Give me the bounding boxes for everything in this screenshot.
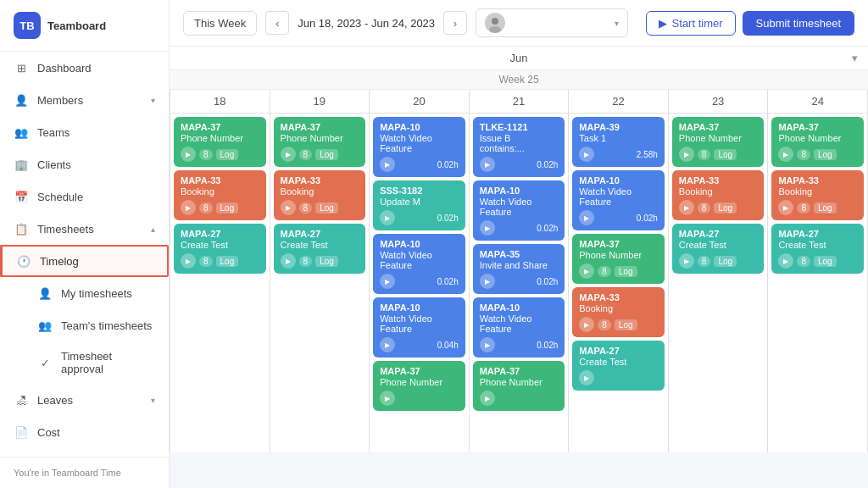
play-button[interactable]: ▶ [579, 147, 594, 162]
play-button[interactable]: ▶ [380, 337, 395, 352]
time-value: 0.02h [437, 160, 459, 169]
log-button[interactable]: Log [814, 202, 837, 214]
task-card[interactable]: MAPA-37 Phone Number ▶ [473, 361, 565, 411]
sidebar-item-members[interactable]: 👤 Members ▾ [0, 84, 169, 116]
log-button[interactable]: Log [714, 256, 737, 267]
log-button[interactable]: Log [814, 149, 837, 160]
play-button[interactable]: ▶ [579, 263, 594, 279]
task-card[interactable]: MAPA-27 Create Test ▶ 8 Log [771, 224, 864, 274]
task-card[interactable]: MAPA-27 Create Test ▶ 8 Log [274, 224, 366, 274]
sidebar-item-timelog[interactable]: 🕐 Timelog [0, 245, 169, 277]
task-card[interactable]: MAPA-27 Create Test ▶ [572, 341, 665, 391]
play-button[interactable]: ▶ [579, 210, 594, 225]
this-week-button[interactable]: This Week [183, 11, 257, 36]
members-icon: 👤 [14, 92, 29, 108]
task-card[interactable]: MAPA-33 Booking ▶ 8 Log [274, 170, 366, 220]
play-button[interactable]: ▶ [480, 157, 495, 172]
task-card[interactable]: MAPA-10 Watch Video Feature ▶ 0.02h [373, 234, 465, 294]
log-button[interactable]: Log [315, 149, 338, 160]
task-card[interactable]: MAPA-10 Watch Video Feature ▶ 0.02h [473, 297, 565, 358]
sidebar-item-schedule[interactable]: 📅 Schedule [0, 180, 169, 213]
play-button[interactable]: ▶ [380, 391, 395, 406]
task-card[interactable]: MAPA-33 Booking ▶ 8 Log [174, 170, 266, 220]
sidebar-item-teams-timesheets[interactable]: 👥 Team's timesheets [0, 309, 169, 341]
play-button[interactable]: ▶ [679, 253, 694, 269]
start-timer-button[interactable]: ▶ Start timer [646, 11, 736, 36]
play-button[interactable]: ▶ [480, 220, 495, 236]
play-button[interactable]: ▶ [281, 253, 296, 269]
log-count: 8 [698, 202, 711, 214]
task-card[interactable]: MAPA-33 Booking ▶ 8 Log [572, 287, 665, 337]
play-button[interactable]: ▶ [579, 317, 594, 332]
task-card[interactable]: MAPA-10 Watch Video Feature ▶ 0.04h [373, 297, 465, 358]
date-range: Jun 18, 2023 - Jun 24, 2023 [298, 17, 435, 30]
sidebar-item-leaves[interactable]: 🏖 Leaves ▾ [0, 384, 169, 416]
time-value: 2.58h [637, 150, 658, 159]
task-card[interactable]: MAPA-10 Watch Video Feature ▶ 0.02h [572, 170, 665, 230]
log-button[interactable]: Log [216, 202, 239, 214]
task-card[interactable]: MAPA-33 Booking ▶ 8 Log [672, 170, 765, 220]
log-button[interactable]: Log [216, 149, 239, 160]
log-button[interactable]: Log [615, 266, 637, 277]
log-button[interactable]: Log [315, 202, 338, 214]
task-card[interactable]: MAPA-37 Phone Number ▶ 8 Log [572, 234, 665, 284]
user-selector[interactable]: ▾ [476, 8, 628, 37]
play-button[interactable]: ▶ [181, 147, 196, 162]
teams-timesheets-icon: 👥 [37, 318, 53, 333]
sidebar-item-my-timesheets[interactable]: 👤 My timesheets [0, 277, 169, 309]
log-button[interactable]: Log [615, 319, 637, 330]
sidebar-item-timesheets[interactable]: 📋 Timesheets ▴ [0, 213, 169, 245]
sidebar-item-teams[interactable]: 👥 Teams [0, 116, 169, 148]
play-button[interactable]: ▶ [480, 274, 495, 289]
task-card[interactable]: MAPA-27 Create Test ▶ 8 Log [174, 224, 266, 274]
play-button[interactable]: ▶ [380, 210, 395, 225]
next-week-button[interactable]: › [443, 11, 467, 35]
log-button[interactable]: Log [714, 202, 737, 214]
play-button[interactable]: ▶ [778, 200, 793, 215]
task-card[interactable]: MAPA-37 Phone Number ▶ 8 Log [274, 117, 366, 167]
play-button[interactable]: ▶ [281, 147, 296, 162]
task-card[interactable]: MAPA-10 Watch Video Feature ▶ 0.02h [373, 117, 465, 177]
log-button[interactable]: Log [315, 256, 338, 267]
task-card[interactable]: MAPA-39 Task 1 ▶ 2.58h [572, 117, 665, 167]
sidebar-item-clients[interactable]: 🏢 Clients [0, 148, 169, 180]
play-button[interactable]: ▶ [380, 157, 395, 172]
task-card[interactable]: MAPA-37 Phone Number ▶ 8 Log [672, 117, 765, 167]
task-card[interactable]: MAPA-10 Watch Video Feature ▶ 0.02h [473, 180, 565, 241]
task-card[interactable]: MAPA-37 Phone Number ▶ 8 Log [174, 117, 266, 167]
play-button[interactable]: ▶ [380, 274, 395, 289]
log-count: 8 [299, 256, 313, 267]
sidebar-item-dashboard[interactable]: ⊞ Dashboard [0, 52, 169, 84]
task-card[interactable]: TLKE-1121 Issue B contains:... ▶ 0.02h [473, 117, 565, 177]
leaves-icon: 🏖 [14, 392, 29, 408]
sidebar-item-cost[interactable]: 📄 Cost [0, 416, 169, 448]
play-button[interactable]: ▶ [579, 370, 594, 385]
log-button[interactable]: Log [216, 256, 239, 267]
prev-week-button[interactable]: ‹ [265, 11, 289, 35]
play-button[interactable]: ▶ [480, 391, 495, 406]
play-button[interactable]: ▶ [778, 147, 793, 162]
play-button[interactable]: ▶ [480, 337, 495, 352]
task-card[interactable]: MAPA-37 Phone Number ▶ 8 Log [771, 117, 864, 167]
time-value: 0.02h [537, 224, 558, 233]
timesheet-approval-icon: ✓ [37, 355, 53, 370]
task-card[interactable]: MAPA-27 Create Test ▶ 8 Log [672, 224, 765, 274]
task-card[interactable]: MAPA-33 Booking ▶ 8 Log [771, 170, 864, 220]
day-col-23: MAPA-37 Phone Number ▶ 8 Log MAPA-33 Boo… [669, 114, 769, 452]
task-card[interactable]: MAPA-37 Phone Number ▶ [373, 361, 465, 411]
play-button[interactable]: ▶ [181, 200, 196, 215]
sidebar-item-timesheet-approval[interactable]: ✓ Timesheet approval [0, 341, 169, 384]
play-icon: ▶ [659, 17, 667, 30]
log-button[interactable]: Log [814, 256, 837, 267]
task-card[interactable]: SSS-3182 Update M ▶ 0.02h [373, 180, 465, 230]
submit-timesheet-button[interactable]: Submit timesheet [743, 11, 854, 36]
play-button[interactable]: ▶ [679, 200, 694, 215]
play-button[interactable]: ▶ [778, 253, 793, 269]
play-button[interactable]: ▶ [281, 200, 296, 215]
log-count: 8 [598, 266, 611, 277]
play-button[interactable]: ▶ [181, 253, 196, 269]
task-card[interactable]: MAPA-35 Invite and Share ▶ 0.02h [473, 244, 565, 294]
play-button[interactable]: ▶ [679, 147, 694, 162]
expand-icon[interactable]: ▾ [852, 52, 858, 64]
log-button[interactable]: Log [714, 149, 737, 160]
